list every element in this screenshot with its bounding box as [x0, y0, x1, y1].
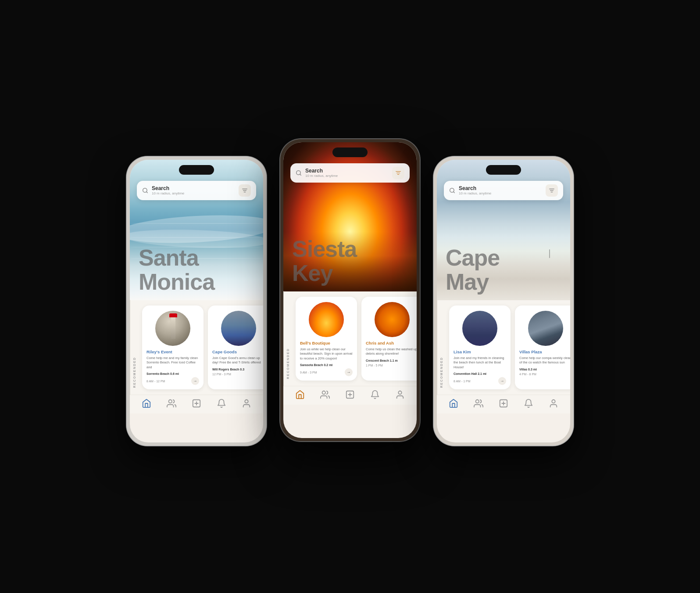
card-image-lighthouse	[155, 311, 190, 346]
filter-button[interactable]	[239, 184, 251, 197]
search-bar[interactable]: Search 10 m radius, anytime	[137, 181, 256, 200]
hero-image-beach: Search 10 m radius, anytime CapeMay	[437, 160, 570, 300]
card-image-pier	[221, 311, 256, 346]
search-sub: 10 m radius, anytime	[459, 191, 542, 195]
card-event-name: Riley's Event	[146, 349, 199, 354]
card-time: 8 AM - 12 PM	[146, 380, 165, 383]
cards-scroll: Bell's Boutique Join us while we help cl…	[292, 291, 417, 386]
content-area: RECOMENDED Lisa Kim Join me and my frien…	[437, 300, 570, 414]
nav-add[interactable]	[499, 399, 508, 408]
nav-home[interactable]	[449, 399, 458, 408]
card-location: Convention Hall 2.1 mi	[454, 372, 506, 375]
filter-icon	[549, 187, 555, 194]
filter-icon	[242, 187, 248, 194]
nav-profile[interactable]	[549, 399, 558, 408]
card-image-sunset-orange	[375, 302, 410, 337]
filter-button[interactable]	[392, 167, 404, 179]
arrow-button[interactable]: →	[191, 377, 199, 385]
card-desc: Join us while we help clean our beautifu…	[300, 347, 353, 361]
phone-santa-monica: Search 10 m radius, anytime SantaMonica	[126, 156, 267, 446]
card-image-rocky	[528, 311, 563, 346]
city-name-siesta-key: SiestaKey	[283, 237, 417, 291]
recommended-section: RECOMENDED Bell's Boutique Join us while…	[283, 291, 417, 386]
svg-point-29	[552, 400, 555, 403]
recommended-section: RECOMENDED Riley's Event Come help me an…	[130, 300, 263, 395]
search-icon	[296, 170, 302, 176]
card-event-name: Bell's Boutique	[300, 341, 353, 345]
dynamic-island	[332, 147, 368, 157]
nav-bell[interactable]	[370, 390, 380, 399]
phones-container: Search 10 m radius, anytime SantaMonica	[109, 119, 591, 474]
svg-line-1	[146, 191, 148, 193]
nav-group[interactable]	[167, 399, 176, 408]
phone-cape-may: Search 10 m radius, anytime CapeMay	[433, 156, 574, 446]
search-label: Search	[305, 168, 389, 174]
hero-image-sunset: Search 10 m radius, anytime SiestaKey	[283, 142, 417, 291]
card-location: Will Rogers Beach 0.3	[212, 368, 263, 371]
arrow-button[interactable]: →	[498, 377, 506, 385]
card-event-name: Chris and Ash	[366, 341, 417, 345]
event-card-villas-plaza[interactable]: Villas Plaza Come help our compa weekly …	[515, 305, 570, 390]
card-time: 9 AM - 3 PM	[300, 371, 317, 374]
card-time: 1 PM - 5 PM	[366, 364, 383, 367]
nav-home[interactable]	[295, 390, 305, 399]
card-location: Sarasota Beach 0.2 mi	[300, 363, 353, 367]
event-card-cape-goods[interactable]: Cape Goods Join Cape Good's annu clean u…	[208, 305, 263, 390]
svg-point-9	[245, 400, 248, 403]
card-location: Sorrento Beach 0.6 mi	[146, 372, 199, 375]
content-area: RECOMENDED Bell's Boutique Join us while…	[283, 291, 417, 405]
card-desc: Come help me and my family clean Sorrent…	[146, 356, 199, 370]
event-card-lisa-kim[interactable]: Lisa Kim Join me and my friends in clean…	[449, 305, 511, 390]
search-icon	[142, 187, 148, 194]
nav-profile[interactable]	[395, 390, 405, 399]
card-time: 8 AM - 1 PM	[454, 380, 471, 383]
search-icon	[449, 187, 455, 194]
event-card-bells-boutique[interactable]: Bell's Boutique Join us while we help cl…	[296, 297, 357, 381]
card-event-name: Villas Plaza	[519, 349, 570, 354]
filter-button[interactable]	[546, 184, 558, 197]
arrow-button[interactable]: →	[345, 368, 353, 376]
svg-point-5	[169, 400, 172, 403]
content-area: RECOMENDED Riley's Event Come help me an…	[130, 300, 263, 414]
event-card-rileys[interactable]: Riley's Event Come help me and my family…	[142, 305, 204, 390]
bottom-nav	[130, 395, 263, 413]
nav-bell[interactable]	[524, 399, 533, 408]
bottom-nav	[283, 386, 417, 405]
search-sub: 10 m radius, anytime	[152, 191, 235, 195]
city-name-santa-monica: SantaMonica	[130, 246, 263, 300]
nav-bell[interactable]	[217, 399, 226, 408]
nav-profile[interactable]	[242, 399, 251, 408]
cards-scroll: Riley's Event Come help me and my family…	[139, 300, 263, 395]
card-image-sunset-pier	[309, 302, 344, 337]
svg-line-11	[300, 174, 301, 175]
recommended-label: RECOMENDED	[437, 300, 446, 395]
dynamic-island	[179, 165, 214, 175]
nav-add[interactable]	[192, 399, 201, 408]
phone-siesta-key: Search 10 m radius, anytime SiestaKey	[280, 139, 420, 442]
search-label: Search	[459, 185, 542, 191]
nav-add[interactable]	[345, 390, 355, 399]
city-name-cape-may: CapeMay	[437, 246, 570, 300]
card-location: Crescent Beach 1.1 m	[366, 359, 417, 362]
svg-point-25	[476, 400, 479, 403]
nav-home[interactable]	[142, 399, 151, 408]
card-time: 4 PM - 8 PM	[519, 373, 536, 376]
nav-group[interactable]	[474, 399, 483, 408]
card-image-lighthouse-sea	[462, 311, 497, 346]
card-desc: Come help us clean the washed up debris …	[366, 347, 417, 356]
recommended-label: RECOMENDED	[283, 291, 292, 386]
svg-point-19	[398, 391, 401, 394]
card-event-name: Cape Goods	[212, 349, 263, 354]
card-desc: Join Cape Good's annu clean up day! Free…	[212, 356, 263, 365]
nav-group[interactable]	[320, 390, 330, 399]
hero-image-ocean: Search 10 m radius, anytime SantaMonica	[130, 160, 263, 300]
search-sub: 10 m radius, anytime	[305, 174, 389, 178]
search-bar[interactable]: Search 10 m radius, anytime	[290, 163, 410, 183]
card-location: Villas 0.3 mi	[519, 368, 570, 371]
card-desc: Join me and my friends in cleaning the b…	[454, 356, 506, 370]
dynamic-island	[486, 165, 521, 175]
search-bar[interactable]: Search 10 m radius, anytime	[444, 181, 563, 200]
recommended-section: RECOMENDED Lisa Kim Join me and my frien…	[437, 300, 570, 395]
filter-icon	[395, 170, 401, 176]
event-card-chris-ash[interactable]: Chris and Ash Come help us clean the was…	[361, 297, 417, 381]
